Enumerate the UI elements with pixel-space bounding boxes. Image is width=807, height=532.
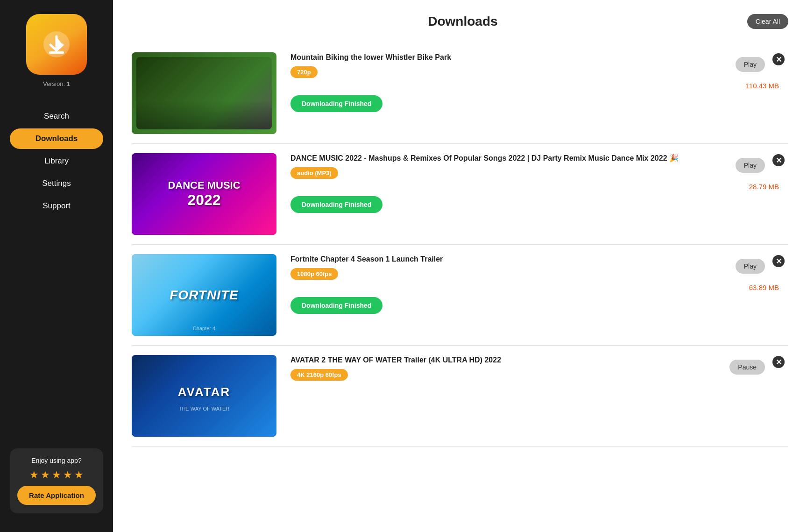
item-actions: Downloading Finished <box>290 196 788 213</box>
star-5: ★ <box>74 469 84 481</box>
star-1: ★ <box>29 469 39 481</box>
close-button-2[interactable]: ✕ <box>772 154 785 166</box>
sidebar-item-downloads[interactable]: Downloads <box>10 128 103 149</box>
star-3: ★ <box>52 469 61 481</box>
file-size: 28.79 MB <box>290 183 788 191</box>
thumbnail-fortnite: FORTNITE Chapter 4 <box>132 254 276 336</box>
close-button-4[interactable]: ✕ <box>772 356 785 368</box>
sidebar-item-settings[interactable]: Settings <box>10 173 103 194</box>
download-item: LOWER MOUNTAINWHISTLER BIKE PARK Mountai… <box>132 43 788 144</box>
download-item: FORTNITE Chapter 4 Fortnite Chapter 4 Se… <box>132 245 788 346</box>
thumbnail-avatar: AVATAR THE WAY OF WATER <box>132 355 276 437</box>
nav-menu: Search Downloads Library Settings Suppor… <box>0 106 113 448</box>
close-icon: ✕ <box>772 53 785 65</box>
app-icon <box>26 14 87 75</box>
close-icon: ✕ <box>772 356 785 368</box>
quality-badge: 4K 2160p 60fps <box>290 369 348 381</box>
play-button[interactable]: Play <box>736 158 765 173</box>
page-title: Downloads <box>178 14 747 29</box>
thumbnail-bike: LOWER MOUNTAINWHISTLER BIKE PARK <box>132 52 276 134</box>
item-info-2: DANCE MUSIC 2022 - Mashups & Remixes Of … <box>290 153 788 213</box>
clear-all-button[interactable]: Clear All <box>747 14 788 29</box>
main-content: Downloads Clear All LOWER MOUNTAINWHISTL… <box>113 0 807 532</box>
close-icon: ✕ <box>772 255 785 267</box>
sidebar-item-support[interactable]: Support <box>10 196 103 216</box>
thumb-text: FORTNITE <box>165 283 243 307</box>
thumb-subtitle: THE WAY OF WATER <box>179 406 230 411</box>
thumb-text: DANCE MUSIC2022 <box>163 175 245 213</box>
quality-badge: 1080p 60fps <box>290 268 338 280</box>
rate-box-text: Enjoy using app? <box>31 457 81 464</box>
download-item: AVATAR THE WAY OF WATER AVATAR 2 THE WAY… <box>132 346 788 447</box>
play-button[interactable]: Play <box>736 57 765 72</box>
item-title: DANCE MUSIC 2022 - Mashups & Remixes Of … <box>290 153 788 163</box>
thumb-text: AVATAR <box>173 380 235 404</box>
thumbnail-dance: DANCE MUSIC2022 <box>132 153 276 235</box>
star-rating: ★ ★ ★ ★ ★ <box>29 469 84 481</box>
item-actions: Downloading Finished <box>290 297 788 314</box>
item-title: AVATAR 2 THE WAY OF WATER Trailer (4K UL… <box>290 355 788 365</box>
close-icon: ✕ <box>772 154 785 166</box>
sidebar-item-library[interactable]: Library <box>10 151 103 171</box>
version-label: Version: 1 <box>43 80 70 87</box>
close-button-1[interactable]: ✕ <box>772 53 785 65</box>
rate-application-button[interactable]: Rate Application <box>17 486 96 505</box>
item-info-3: Fortnite Chapter 4 Season 1 Launch Trail… <box>290 254 788 314</box>
svg-rect-3 <box>49 51 64 54</box>
item-info-1: Mountain Biking the lower Whistler Bike … <box>290 52 788 112</box>
downloading-finished-button[interactable]: Downloading Finished <box>290 95 382 112</box>
star-2: ★ <box>41 469 50 481</box>
downloading-finished-button[interactable]: Downloading Finished <box>290 297 382 314</box>
quality-badge: audio (MP3) <box>290 167 338 179</box>
item-info-4: AVATAR 2 THE WAY OF WATER Trailer (4K UL… <box>290 355 788 390</box>
sidebar: Version: 1 Search Downloads Library Sett… <box>0 0 113 532</box>
sidebar-item-search[interactable]: Search <box>10 106 103 127</box>
file-size: 63.89 MB <box>290 284 788 291</box>
item-title: Mountain Biking the lower Whistler Bike … <box>290 52 788 63</box>
pause-button[interactable]: Pause <box>729 360 765 375</box>
downloading-finished-button[interactable]: Downloading Finished <box>290 196 382 213</box>
quality-badge: 720p <box>290 66 318 78</box>
item-title: Fortnite Chapter 4 Season 1 Launch Trail… <box>290 254 788 264</box>
download-item: DANCE MUSIC2022 DANCE MUSIC 2022 - Mashu… <box>132 144 788 245</box>
item-actions: Downloading Finished <box>290 95 788 112</box>
play-button[interactable]: Play <box>736 259 765 274</box>
download-app-icon <box>40 28 73 61</box>
close-button-3[interactable]: ✕ <box>772 255 785 267</box>
star-4: ★ <box>63 469 72 481</box>
page-header: Downloads Clear All <box>132 14 788 29</box>
download-list: LOWER MOUNTAINWHISTLER BIKE PARK Mountai… <box>132 43 788 447</box>
rate-box: Enjoy using app? ★ ★ ★ ★ ★ Rate Applicat… <box>10 448 103 513</box>
file-size: 110.43 MB <box>290 82 788 90</box>
thumb-subtitle: Chapter 4 <box>193 326 215 331</box>
